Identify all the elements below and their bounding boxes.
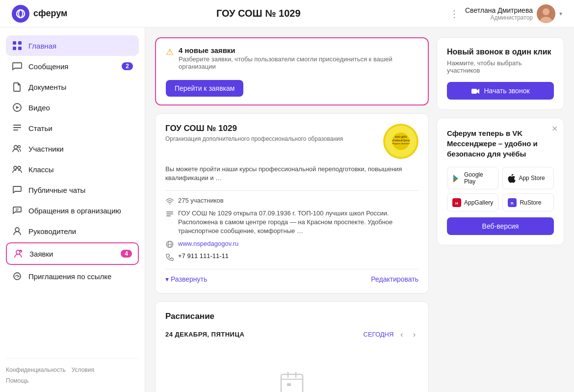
org-website[interactable]: www.nspedagogov.ru	[178, 240, 238, 247]
requests-icon: +	[13, 248, 24, 259]
terms-link[interactable]: Условия	[72, 366, 94, 373]
svg-rect-8	[13, 47, 16, 50]
sidebar-item-label-classes: Классы	[28, 165, 133, 174]
vk-card-title: Сферум теперь в VK Мессенджере – удобно …	[447, 128, 554, 159]
person-icon	[12, 226, 23, 236]
sidebar-item-label-documents: Документы	[28, 83, 133, 91]
sidebar-item-participants[interactable]: Участники	[6, 138, 139, 159]
chevron-down-icon[interactable]: ▾	[559, 10, 562, 17]
website-row: www.nspedagogov.ru	[165, 240, 418, 249]
call-card: Новый звонок в один клик Нажмите, чтобы …	[437, 37, 564, 110]
org-card: ГОУ СОШ № 1029 Организация дополнительно…	[155, 113, 429, 293]
logo-text: сферум	[33, 8, 67, 19]
app-header: сферум ГОУ СОШ № 1029 ⋮ Светлана Дмитрие…	[0, 0, 574, 27]
rustore-button[interactable]: R RuStore	[502, 193, 554, 211]
grid-icon	[12, 40, 23, 51]
sidebar-item-documents[interactable]: Документы	[6, 77, 139, 97]
go-to-requests-button[interactable]: Перейти к заявкам	[166, 80, 243, 97]
message-icon	[12, 61, 23, 72]
schedule-date: 24 ДЕКАБРЯ, ПЯТНИЦА	[165, 331, 244, 338]
store-buttons-container: Google Play App Store	[447, 167, 554, 211]
notification-header: ⚠ 4 новые заявки Разберите заявки, чтобы…	[166, 46, 418, 70]
svg-point-16	[18, 146, 21, 148]
sidebar-item-messages[interactable]: Сообщения 2	[6, 56, 139, 77]
call-card-title: Новый звонок в один клик	[447, 48, 554, 56]
svg-rect-14	[13, 130, 18, 131]
sidebar-item-org-requests[interactable]: Обращения в организацию	[6, 200, 139, 221]
participants-row: 275 участников	[165, 197, 418, 205]
sidebar-nav: Главная Сообщения 2 Докумен	[6, 35, 139, 354]
article-icon	[12, 123, 23, 133]
prev-day-button[interactable]: ‹	[397, 329, 406, 340]
org-actions: ▾ Развернуть Редактировать	[165, 269, 418, 283]
google-play-label: Google Play	[464, 171, 493, 185]
huawei-icon: H	[452, 198, 461, 207]
org-logo: АНО ДПО «Учебный Центр «Педагог. Альянс»	[383, 124, 418, 159]
org-header: ГОУ СОШ № 1029 Организация дополнительно…	[165, 124, 418, 159]
svg-point-15	[14, 146, 18, 149]
start-call-button[interactable]: Начать звонок	[447, 82, 554, 100]
right-panel: Новый звонок в один клик Нажмите, чтобы …	[437, 37, 564, 382]
svg-rect-30	[166, 211, 173, 212]
sidebar-item-label-requests: Заявки	[29, 250, 115, 258]
org-about: ГОУ СОШ № 1029 открыта 07.09.1936 г. ТОП…	[178, 209, 418, 236]
chat-icon	[12, 184, 23, 195]
google-play-button[interactable]: Google Play	[447, 167, 498, 189]
svg-point-4	[543, 8, 549, 15]
next-day-button[interactable]: ›	[410, 329, 418, 340]
call-card-description: Нажмите, чтобы выбрать участников	[447, 59, 554, 74]
sidebar-footer: Конфиденциальность Условия Помощь	[6, 358, 139, 384]
svg-point-18	[18, 166, 21, 169]
warning-icon: ⚠	[166, 47, 174, 57]
sidebar-item-classes[interactable]: Классы	[6, 159, 139, 180]
main-content: ⚠ 4 новые заявки Разберите заявки, чтобы…	[145, 27, 574, 392]
edit-button[interactable]: Редактировать	[371, 275, 418, 283]
svg-marker-11	[16, 106, 19, 109]
phone-row: +7 911 111-11-11	[165, 252, 418, 261]
participants-count: 275 участников	[178, 197, 224, 204]
phone-icon	[165, 253, 174, 261]
notification-content: 4 новые заявки Разберите заявки, чтобы п…	[179, 46, 418, 70]
sidebar-item-home[interactable]: Главная	[6, 35, 139, 56]
list-icon	[165, 209, 174, 217]
sidebar-item-video[interactable]: Видео	[6, 97, 139, 118]
today-label[interactable]: СЕГОДНЯ	[364, 331, 394, 338]
svg-rect-13	[13, 127, 21, 128]
sidebar-item-public-chats[interactable]: Публичные чаты	[6, 180, 139, 200]
notification-title: 4 новые заявки	[179, 46, 418, 54]
more-options-icon[interactable]: ⋮	[449, 8, 459, 20]
vk-card-close-button[interactable]: ✕	[551, 124, 558, 133]
rustore-icon: R	[508, 198, 517, 207]
svg-text:H: H	[455, 201, 458, 206]
org-info: ГОУ СОШ № 1029 Организация дополнительно…	[165, 124, 343, 142]
app-gallery-button[interactable]: H AppGallery	[447, 193, 498, 211]
app-store-button[interactable]: App Store	[502, 167, 554, 189]
link-icon	[12, 271, 23, 282]
notification-description: Разберите заявки, чтобы пользователи смо…	[179, 55, 418, 70]
user-profile[interactable]: Светлана Дмитриева Администратор ▾	[465, 4, 562, 23]
org-description: Вы можете пройти наши курсы профессионал…	[165, 165, 418, 183]
sidebar-item-label-managers: Руководители	[28, 227, 133, 235]
sidebar-item-articles[interactable]: Статьи	[6, 118, 139, 138]
sidebar-item-label-participants: Участники	[28, 145, 133, 153]
sidebar-item-label-invite-links: Приглашения по ссылке	[28, 272, 133, 281]
notification-card: ⚠ 4 новые заявки Разберите заявки, чтобы…	[155, 37, 429, 105]
org-phone: +7 911 111-11-11	[178, 252, 229, 260]
expand-button[interactable]: ▾ Развернуть	[165, 275, 207, 283]
svg-rect-36	[287, 383, 291, 386]
help-link[interactable]: Помощь	[6, 377, 139, 384]
sidebar-item-requests[interactable]: + Заявки 4	[6, 242, 139, 265]
video-icon	[12, 102, 23, 113]
svg-text:+: +	[20, 250, 22, 253]
sferum-logo-icon	[12, 5, 29, 23]
svg-rect-32	[166, 215, 171, 216]
svg-text:«Учебный Центр: «Учебный Центр	[392, 139, 410, 142]
avatar	[537, 4, 555, 23]
svg-rect-9	[18, 47, 22, 50]
sidebar-item-managers[interactable]: Руководители	[6, 221, 139, 241]
requests-badge: 4	[121, 250, 132, 258]
web-version-button[interactable]: Веб-версия	[447, 217, 554, 235]
sidebar-item-invite-links[interactable]: Приглашения по ссылке	[6, 266, 139, 287]
sidebar-item-label-video: Видео	[28, 104, 133, 112]
privacy-link[interactable]: Конфиденциальность	[6, 366, 66, 373]
